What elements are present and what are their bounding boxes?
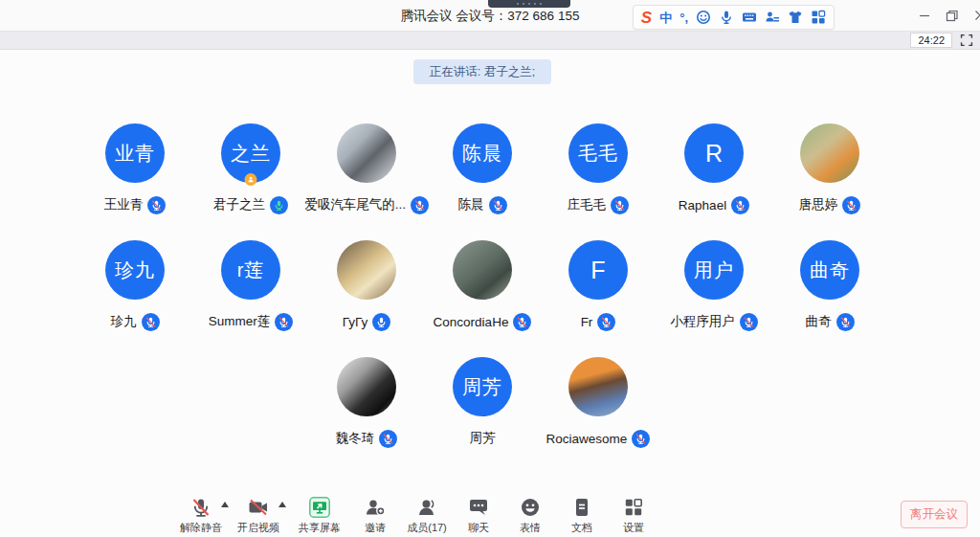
participant-name: Rociawesome bbox=[546, 432, 628, 446]
toolbar-item-docs[interactable]: 文档 bbox=[556, 493, 608, 535]
participant-tile[interactable]: 之兰 君子之兰 bbox=[193, 123, 309, 214]
toolbar-item-reactions[interactable]: 表情 bbox=[504, 493, 556, 535]
mic-status-icon bbox=[270, 196, 288, 214]
avatar-initials: 周芳 bbox=[462, 374, 502, 400]
participant-tile[interactable]: 曲奇 曲奇 bbox=[772, 240, 888, 331]
avatar: 用户 bbox=[684, 240, 744, 300]
titlebar: 腾讯会议 会议号：372 686 155 S 中 °, bbox=[0, 0, 980, 31]
name-row: 珍九 bbox=[111, 312, 160, 331]
name-row: 王业青 bbox=[104, 195, 167, 214]
avatar-initials: 用户 bbox=[694, 257, 734, 283]
toolbar-label: 邀请 bbox=[365, 521, 386, 535]
leave-meeting-button[interactable]: 离开会议 bbox=[901, 501, 968, 528]
mic-status-icon bbox=[597, 313, 615, 331]
participant-tile[interactable]: 魏冬琦 bbox=[309, 357, 425, 448]
meeting-window: 腾讯会议 会议号：372 686 155 S 中 °, bbox=[0, 0, 980, 537]
mic-status-icon bbox=[489, 196, 507, 214]
participant-tile[interactable]: Rociawesome bbox=[541, 357, 657, 448]
participant-tile[interactable]: 唐思婷 bbox=[772, 123, 888, 214]
virtual-keyboard-icon[interactable] bbox=[742, 10, 757, 25]
participant-name: 王业青 bbox=[104, 196, 144, 213]
participant-tile[interactable]: r莲 Summer莲 bbox=[193, 240, 309, 331]
close-button[interactable] bbox=[966, 0, 980, 31]
participant-name: 陈晨 bbox=[458, 196, 484, 213]
participant-name: 唐思婷 bbox=[799, 196, 838, 213]
toolbar-item-chat[interactable]: 聊天 bbox=[453, 493, 504, 535]
voice-input-icon[interactable] bbox=[719, 10, 734, 25]
toolbar-item-unmute[interactable]: 解除静音 bbox=[175, 493, 227, 535]
ime-toolbar: S 中 °, bbox=[633, 5, 835, 30]
statusbar: 24:22 bbox=[0, 31, 980, 50]
participant-tile[interactable]: ConcordiaHe bbox=[425, 240, 541, 331]
mic-status-icon bbox=[379, 430, 397, 448]
minimize-button[interactable] bbox=[910, 0, 938, 31]
name-row: 君子之兰 bbox=[213, 195, 288, 214]
name-row: Raphael bbox=[679, 195, 749, 214]
participant-tile[interactable]: R Raphael bbox=[657, 123, 772, 214]
toolbar-label: 聊天 bbox=[468, 521, 489, 535]
mic-status-icon bbox=[842, 196, 860, 214]
avatar-initials: 曲奇 bbox=[810, 257, 850, 283]
name-row: 曲奇 bbox=[806, 312, 855, 331]
participant-name: 君子之兰 bbox=[213, 196, 265, 213]
toolbar-item-settings[interactable]: 设置 bbox=[608, 493, 659, 535]
toolbar-item-start-video[interactable]: 开启视频 bbox=[233, 493, 284, 535]
mic-status-icon bbox=[372, 313, 390, 331]
participant-tile[interactable]: 业青 王业青 bbox=[78, 123, 193, 214]
mic-status-icon bbox=[740, 313, 758, 331]
name-row: 唐思婷 bbox=[799, 195, 861, 214]
name-row: Rociawesome bbox=[546, 429, 651, 448]
name-row: 陈晨 bbox=[458, 195, 507, 214]
mic-off-icon bbox=[189, 496, 212, 519]
avatar: F bbox=[568, 240, 628, 300]
avatar: 业青 bbox=[105, 123, 165, 183]
toolbar-label: 设置 bbox=[623, 521, 644, 535]
participant-name: 周芳 bbox=[470, 430, 496, 447]
avatar: 之兰 bbox=[221, 123, 280, 183]
participant-name: Summer莲 bbox=[209, 313, 271, 330]
avatar-photo bbox=[568, 357, 628, 416]
docked-toolbar-pill[interactable] bbox=[488, 0, 570, 8]
name-row: 魏冬琦 bbox=[336, 429, 398, 448]
participant-tile[interactable]: 爱吸汽车尾气的... bbox=[309, 123, 425, 214]
custom-phrase-icon[interactable] bbox=[765, 10, 780, 25]
video-options-caret[interactable] bbox=[278, 502, 286, 507]
avatar-initials: R bbox=[705, 140, 723, 168]
avatar-initials: 之兰 bbox=[231, 141, 271, 167]
participant-name: 魏冬琦 bbox=[336, 430, 375, 447]
participant-name: Raphael bbox=[679, 198, 726, 213]
mic-status-icon bbox=[611, 196, 629, 214]
participant-tile[interactable]: 周芳 周芳 bbox=[425, 357, 541, 448]
participant-tile[interactable]: 用户 小程序用户 bbox=[657, 240, 772, 331]
avatar-initials: 陈晨 bbox=[462, 141, 502, 167]
toolbar-item-invite[interactable]: 邀请 bbox=[349, 493, 401, 535]
chinese-mode-icon[interactable]: 中 bbox=[659, 11, 672, 24]
avatar: r莲 bbox=[221, 240, 280, 300]
name-row: Fr bbox=[581, 312, 616, 331]
mic-options-caret[interactable] bbox=[221, 502, 229, 507]
participant-tile[interactable]: 陈晨 陈晨 bbox=[425, 123, 541, 214]
participant-row: 魏冬琦 周芳 周芳 bbox=[0, 357, 972, 448]
fullscreen-icon[interactable] bbox=[959, 33, 974, 48]
name-row: 庄毛毛 bbox=[568, 195, 630, 214]
camera-off-icon bbox=[247, 496, 270, 519]
participant-tile[interactable]: 珍九 珍九 bbox=[78, 240, 193, 331]
skin-icon[interactable] bbox=[788, 10, 803, 25]
toolbar-item-share-screen[interactable]: 共享屏幕 bbox=[290, 493, 349, 535]
punctuation-icon[interactable]: °, bbox=[679, 11, 688, 24]
toolbar-item-members[interactable]: 成员(17) bbox=[401, 493, 453, 535]
restore-button[interactable] bbox=[938, 0, 966, 31]
participant-tile[interactable]: 毛毛 庄毛毛 bbox=[541, 123, 657, 214]
sogou-logo-icon[interactable]: S bbox=[641, 10, 652, 26]
speaking-banner: 正在讲话: 君子之兰; bbox=[413, 59, 551, 84]
avatar-photo bbox=[337, 240, 396, 300]
emoji-ime-icon[interactable] bbox=[696, 10, 711, 25]
toolbar-label: 开启视频 bbox=[237, 521, 279, 535]
avatar: 曲奇 bbox=[800, 240, 859, 300]
toolbox-icon[interactable] bbox=[811, 10, 826, 25]
invite-icon bbox=[364, 496, 387, 519]
settings-icon bbox=[622, 496, 645, 519]
participant-tile[interactable]: F Fr bbox=[541, 240, 657, 331]
participant-tile[interactable]: ГуГу bbox=[309, 240, 425, 331]
chat-icon bbox=[467, 496, 490, 519]
